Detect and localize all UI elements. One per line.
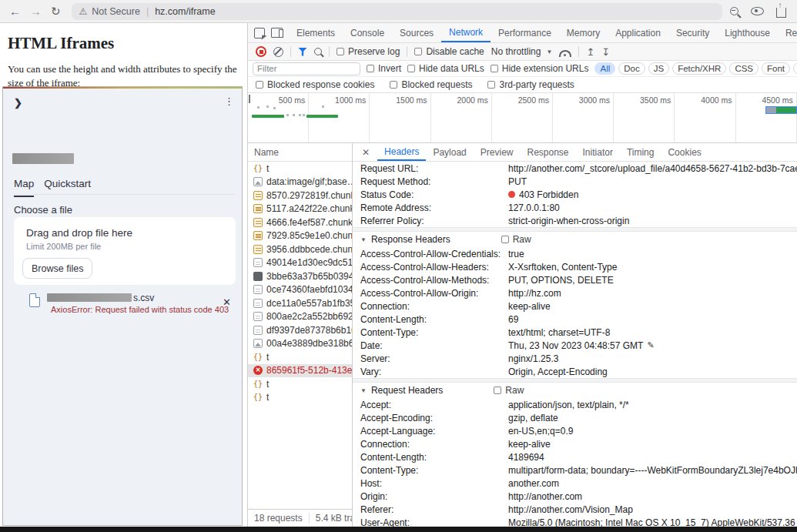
detail-tab-cookies[interactable]: Cookies	[661, 143, 708, 161]
tab-elements[interactable]: Elements	[289, 23, 343, 42]
3rd-party-requests-checkbox[interactable]: 3rd-party requests	[487, 79, 574, 90]
header-value: 4189694	[508, 452, 797, 463]
url-text[interactable]: hz.com/iframe	[155, 6, 216, 17]
request-row[interactable]: data:image/gif;base…	[248, 176, 352, 189]
record-icon[interactable]	[256, 46, 266, 57]
detail-tab-headers[interactable]: Headers	[377, 143, 426, 161]
browse-files-button[interactable]: Browse files	[22, 258, 92, 279]
response-headers-section[interactable]: ▼ Response Headers Raw	[353, 233, 797, 246]
tab-security[interactable]: Security	[668, 23, 717, 42]
close-icon[interactable]: ✕	[353, 147, 377, 158]
blocked-requests-checkbox[interactable]: Blocked requests	[390, 79, 472, 90]
back-icon[interactable]: ←	[9, 5, 21, 18]
tab-memory[interactable]: Memory	[559, 23, 608, 42]
request-headers-section[interactable]: ▼ Request Headers Raw	[353, 384, 797, 396]
share-icon[interactable]	[776, 8, 786, 18]
request-name: 7929.85c9e1e0.chunk.js	[266, 230, 352, 241]
hide-extension-urls-checkbox[interactable]: Hide extension URLs	[491, 63, 589, 74]
type-pill-fetch-xhr[interactable]: Fetch/XHR	[672, 62, 726, 75]
header-value-text: http://another.com/Vision_Map	[508, 504, 633, 515]
header-row: Origin:http://another.com	[353, 490, 797, 503]
inspect-element-icon[interactable]	[254, 28, 265, 38]
request-row[interactable]: 3956.ddbbcede.chunk.js	[248, 243, 352, 256]
type-pill-all[interactable]: All	[594, 62, 615, 75]
request-row[interactable]: {}t	[248, 391, 352, 405]
request-row[interactable]: 4666.fe4ef587.chunk.js	[248, 216, 352, 229]
blocked-response-cookies-checkbox[interactable]: Blocked response cookies	[256, 79, 374, 90]
detail-tab-preview[interactable]: Preview	[474, 143, 521, 161]
header-row: Request Method:PUT	[353, 175, 797, 188]
filter-input[interactable]	[253, 62, 360, 75]
header-row: Accept-Language:en-US,en;q=0.9	[353, 424, 797, 437]
detail-tab-response[interactable]: Response	[520, 143, 575, 161]
request-row[interactable]: 5117.a242f22e.chunk.js	[248, 202, 352, 216]
search-icon[interactable]	[314, 48, 322, 55]
reload-icon[interactable]: ↻	[51, 5, 61, 18]
request-row[interactable]: 8570.2972819f.chunk.js	[248, 189, 352, 202]
request-row[interactable]: {}t	[248, 377, 352, 391]
import-har-icon[interactable]: ↥	[586, 46, 594, 58]
device-toolbar-icon[interactable]	[271, 28, 283, 38]
network-overview-timeline[interactable]: 500 ms1000 ms1500 ms2000 ms2500 ms3000 m…	[248, 93, 797, 143]
export-har-icon[interactable]: ↧	[601, 46, 610, 58]
request-row[interactable]: dce11a0e557ab1fb351…	[248, 296, 352, 310]
type-pill-css[interactable]: CSS	[729, 62, 758, 75]
sidebar-expand-icon[interactable]: ❯	[14, 97, 22, 109]
header-value: 403 Forbidden	[508, 189, 797, 200]
request-row[interactable]: 800ae2c2a552bb6924…	[248, 310, 352, 324]
checkbox-icon	[256, 81, 263, 89]
request-row[interactable]: 7929.85c9e1e0.chunk.js	[248, 229, 352, 243]
clear-icon[interactable]	[273, 47, 283, 57]
tab-performance[interactable]: Performance	[491, 23, 559, 42]
eye-icon[interactable]	[751, 7, 764, 15]
request-row[interactable]: ✕865961f5-512b-413e-9…	[248, 364, 352, 378]
forward-icon[interactable]: →	[30, 5, 42, 18]
remove-file-icon[interactable]: ✕	[223, 296, 231, 308]
disable-cache-checkbox[interactable]: Disable cache	[414, 46, 484, 57]
tab-application[interactable]: Application	[608, 23, 668, 42]
address-bar[interactable]: ⚠ Not Secure | hz.com/iframe	[72, 3, 722, 20]
edit-pencil-icon[interactable]: ✎	[647, 340, 654, 350]
name-column-header[interactable]: Name	[248, 143, 352, 162]
request-row[interactable]: 00a4e3889dbe318b6c…	[248, 337, 352, 351]
request-row[interactable]: {}t	[248, 162, 352, 176]
type-pill-img[interactable]: Img	[793, 62, 797, 75]
type-pill-font[interactable]: Font	[762, 62, 790, 75]
request-row[interactable]: {}t	[248, 350, 352, 364]
header-value-text: Mozilla/5.0 (Macintosh; Intel Mac OS X 1…	[508, 517, 797, 527]
request-name: 00a4e3889dbe318b6c…	[266, 338, 352, 349]
header-value-text: http://hz.com	[508, 288, 561, 299]
tab-sources[interactable]: Sources	[392, 23, 441, 42]
app-menu-icon[interactable]: ⋮	[224, 95, 234, 107]
request-raw-checkbox[interactable]: Raw	[494, 385, 524, 396]
header-name: Content-Length:	[360, 452, 508, 463]
detail-tab-timing[interactable]: Timing	[620, 143, 661, 161]
filter-icon[interactable]	[298, 48, 307, 56]
throttling-select[interactable]: No throttling ▼	[491, 46, 553, 57]
request-row[interactable]: 0ce74360faebfd1034a…	[248, 283, 352, 297]
zoom-out-icon[interactable]	[730, 7, 738, 15]
header-value: http://hz.com	[508, 288, 797, 299]
invert-checkbox[interactable]: Invert	[367, 63, 401, 74]
header-value-text: Origin, Accept-Encoding	[508, 366, 608, 377]
not-secure-label[interactable]: Not Secure	[92, 6, 140, 17]
type-pill-doc[interactable]: Doc	[618, 62, 645, 75]
detail-tab-initiator[interactable]: Initiator	[576, 143, 620, 161]
request-row[interactable]: df9397de87378b6b164…	[248, 323, 352, 337]
response-raw-checkbox[interactable]: Raw	[501, 234, 531, 245]
request-row[interactable]: 49014e1d30ec9dc516…	[248, 256, 352, 270]
tab-network[interactable]: Network	[441, 23, 491, 42]
filename-suffix: s.csv	[133, 293, 154, 303]
file-dropzone[interactable]: Drag and drop file here Limit 200MB per …	[14, 217, 236, 285]
detail-tab-payload[interactable]: Payload	[426, 143, 473, 161]
tab-recorder[interactable]: Recorder	[778, 23, 797, 42]
tab-lighthouse[interactable]: Lighthouse	[717, 23, 778, 42]
network-conditions-icon[interactable]	[559, 50, 571, 57]
request-name: 800ae2c2a552bb6924…	[266, 311, 352, 322]
request-row[interactable]: 3bbe63a37b65b03947…	[248, 269, 352, 283]
tab-console[interactable]: Console	[343, 23, 392, 42]
preserve-log-checkbox[interactable]: Preserve log	[337, 46, 400, 57]
type-pill-js[interactable]: JS	[648, 62, 669, 75]
timeline-start-mark	[249, 95, 250, 103]
hide-data-urls-checkbox[interactable]: Hide data URLs	[407, 63, 484, 74]
